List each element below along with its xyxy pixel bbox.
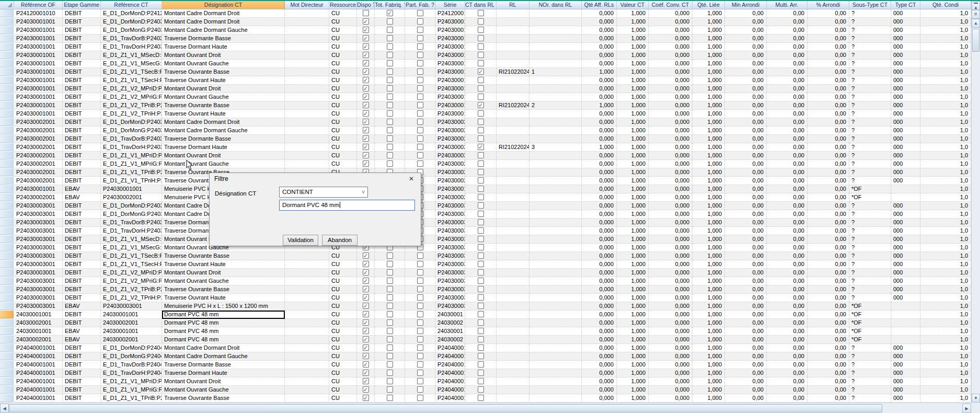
cell-etape[interactable]: DEBIT xyxy=(63,260,101,269)
cell-parr[interactable]: 0,00 xyxy=(808,143,849,152)
cell-ct[interactable]: E_D1_Z1_V1_MSecG:P2403000 xyxy=(101,244,162,252)
checkbox-unchecked-icon[interactable] xyxy=(417,286,423,292)
cell-min[interactable]: 0,00 xyxy=(725,327,767,336)
cell-ctrl[interactable] xyxy=(465,26,497,35)
cell-qliee[interactable]: 1,000 xyxy=(693,135,725,143)
cell-etape[interactable]: DEBIT xyxy=(63,43,101,51)
checkbox-unchecked-icon[interactable] xyxy=(387,361,393,368)
cell-rl[interactable]: RI21022024 xyxy=(497,68,529,76)
cell-soustype[interactable]: ? xyxy=(849,219,891,227)
cell-min[interactable]: 0,00 xyxy=(725,302,767,311)
cell-des[interactable]: Montant Cadre Dormant Gauche xyxy=(162,127,285,135)
checkbox-checked-icon[interactable]: ✓ xyxy=(363,144,369,150)
cell-etape[interactable]: DEBIT xyxy=(63,51,101,60)
checkbox-unchecked-icon[interactable] xyxy=(478,345,484,351)
cell-etape[interactable]: DEBIT xyxy=(63,60,101,68)
cell-min[interactable]: 0,00 xyxy=(725,377,767,386)
cell-min[interactable]: 0,00 xyxy=(725,319,767,327)
cell-nor[interactable] xyxy=(529,244,582,252)
cell-qliee[interactable]: 1,000 xyxy=(693,302,725,311)
cell-soustype[interactable]: ? xyxy=(849,68,891,76)
row-selector[interactable] xyxy=(0,269,14,277)
cell-qaff[interactable]: 0,000 xyxy=(582,327,617,336)
cell-multi[interactable]: 0,00 xyxy=(767,294,808,302)
cell-typect[interactable] xyxy=(891,336,920,344)
cell-mot[interactable] xyxy=(285,252,329,260)
cell-val[interactable]: 1,000 xyxy=(617,76,649,85)
checkbox-checked-icon[interactable]: ✓ xyxy=(363,52,369,58)
cell-soustype[interactable]: *OF xyxy=(849,193,891,202)
cell-des[interactable]: Traverse Ouvrante Basse xyxy=(162,68,285,76)
checkbox-unchecked-icon[interactable] xyxy=(387,94,393,100)
cell-qaff[interactable]: 0,000 xyxy=(582,202,617,210)
cell-qliee[interactable]: 1,000 xyxy=(693,85,725,93)
cell-res[interactable]: CU xyxy=(329,285,357,294)
cell-etape[interactable]: DEBIT xyxy=(63,152,101,160)
checkbox-checked-icon[interactable]: ✓ xyxy=(363,336,369,342)
cell-partfab[interactable] xyxy=(405,302,435,311)
cell-dispo[interactable]: ✓ xyxy=(357,18,375,26)
checkbox-unchecked-icon[interactable] xyxy=(387,294,393,301)
cell-multi[interactable]: 0,00 xyxy=(767,35,808,43)
cell-min[interactable]: 0,00 xyxy=(725,18,767,26)
cell-multi[interactable]: 0,00 xyxy=(767,135,808,143)
cell-soustype[interactable]: ? xyxy=(849,352,891,361)
cell-serie[interactable]: P24040001 xyxy=(435,377,465,386)
cell-of[interactable]: P24040001001 xyxy=(14,386,63,394)
cell-val[interactable]: 1,000 xyxy=(617,110,649,118)
cell-serie[interactable]: P24040001 xyxy=(435,394,465,403)
checkbox-unchecked-icon[interactable] xyxy=(387,253,393,259)
operator-select[interactable]: CONTIENT ˅ xyxy=(279,187,368,198)
cell-ct[interactable]: E_D1_DorMonD:P24040001001 xyxy=(101,344,162,352)
cell-qaff[interactable]: 0,000 xyxy=(582,160,617,168)
cell-ctrl[interactable] xyxy=(465,336,497,344)
cell-typect[interactable]: 000 xyxy=(891,135,920,143)
cell-multi[interactable]: 0,00 xyxy=(767,152,808,160)
cell-typect[interactable]: 000 xyxy=(891,110,920,118)
cell-res[interactable]: CU xyxy=(329,327,357,336)
cell-dispo[interactable]: ✓ xyxy=(357,60,375,68)
cell-totfab[interactable] xyxy=(375,361,405,369)
checkbox-unchecked-icon[interactable] xyxy=(417,127,423,133)
cell-res[interactable]: CU xyxy=(329,9,357,18)
cell-nor[interactable] xyxy=(529,127,582,135)
cell-des[interactable]: Montant Ouvrant Droit xyxy=(162,377,285,386)
cell-totfab[interactable] xyxy=(375,101,405,110)
cell-typect[interactable]: 000 xyxy=(891,160,920,168)
cell-val[interactable]: 1,000 xyxy=(617,311,649,319)
checkbox-unchecked-icon[interactable] xyxy=(387,336,393,342)
horizontal-scroll-thumb[interactable] xyxy=(9,404,882,412)
cell-serie[interactable]: P24030003 xyxy=(435,202,465,210)
cell-res[interactable]: CU xyxy=(329,143,357,152)
cell-nor[interactable] xyxy=(529,160,582,168)
cell-soustype[interactable]: *OF xyxy=(849,311,891,319)
cell-min[interactable]: 0,00 xyxy=(725,252,767,260)
cell-serie[interactable]: P24030003 xyxy=(435,252,465,260)
cell-soustype[interactable]: ? xyxy=(849,377,891,386)
cell-val[interactable]: 1,000 xyxy=(617,127,649,135)
cell-etape[interactable]: DEBIT xyxy=(63,9,101,18)
row-selector[interactable] xyxy=(0,361,14,369)
cell-res[interactable]: CU xyxy=(329,386,357,394)
cell-of[interactable]: P24030003001 xyxy=(14,210,63,219)
checkbox-unchecked-icon[interactable] xyxy=(387,52,393,58)
checkbox-checked-icon[interactable]: ✓ xyxy=(363,110,369,117)
cell-ct[interactable]: E_D1_Z1_V1_TSecB:P2403000 xyxy=(101,252,162,260)
cell-of[interactable]: P24030001001 xyxy=(14,35,63,43)
cell-qcondi[interactable]: 1,0 xyxy=(920,311,971,319)
cell-serie[interactable]: P24030002 xyxy=(435,135,465,143)
cell-qaff[interactable]: 0,000 xyxy=(582,344,617,352)
cell-soustype[interactable]: ? xyxy=(849,177,891,185)
checkbox-checked-icon[interactable]: ✓ xyxy=(363,378,369,384)
cell-rl[interactable] xyxy=(497,244,529,252)
cell-val[interactable]: 1,000 xyxy=(617,160,649,168)
cell-ctrl[interactable] xyxy=(465,386,497,394)
cell-qliee[interactable]: 1,000 xyxy=(693,18,725,26)
cell-qaff[interactable]: 0,000 xyxy=(582,235,617,244)
cell-soustype[interactable]: ? xyxy=(849,26,891,35)
cell-val[interactable]: 1,000 xyxy=(617,118,649,127)
cell-qliee[interactable]: 1,000 xyxy=(693,260,725,269)
checkbox-unchecked-icon[interactable] xyxy=(478,236,484,242)
cell-qcondi[interactable]: 1,0 xyxy=(920,135,971,143)
cell-parr[interactable]: 0,00 xyxy=(808,336,849,344)
